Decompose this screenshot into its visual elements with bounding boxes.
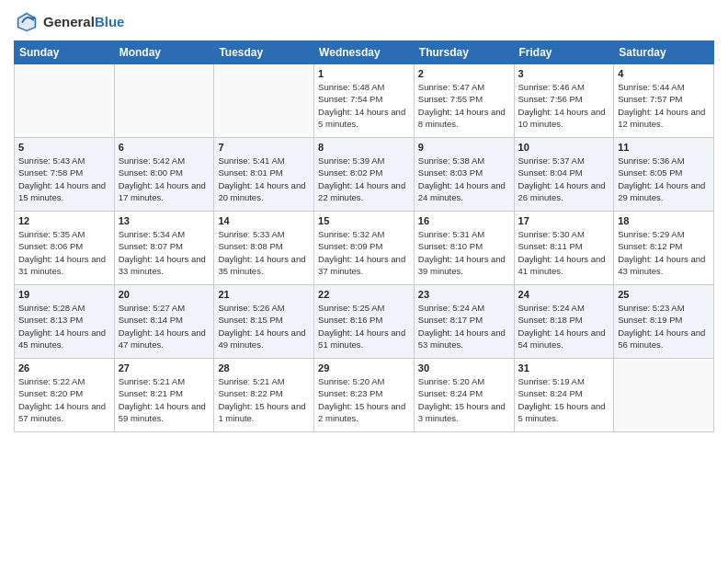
day-info: Sunrise: 5:48 AMSunset: 7:54 PMDaylight:… [318, 81, 410, 130]
day-info: Sunrise: 5:37 AMSunset: 8:04 PMDaylight:… [518, 155, 610, 203]
day-info: Sunrise: 5:23 AMSunset: 8:19 PMDaylight:… [618, 302, 710, 350]
day-number: 25 [618, 289, 710, 300]
day-number: 11 [618, 142, 710, 153]
header-cell-saturday: Saturday [614, 41, 714, 64]
day-cell-29: 29Sunrise: 5:20 AMSunset: 8:23 PMDayligh… [314, 359, 415, 432]
day-cell-8: 8Sunrise: 5:39 AMSunset: 8:02 PMDaylight… [314, 138, 415, 212]
calendar-table: SundayMondayTuesdayWednesdayThursdayFrid… [14, 40, 714, 432]
day-info: Sunrise: 5:36 AMSunset: 8:05 PMDaylight:… [618, 155, 710, 203]
day-number: 8 [318, 142, 410, 153]
day-cell-20: 20Sunrise: 5:27 AMSunset: 8:14 PMDayligh… [114, 285, 214, 359]
header-cell-monday: Monday [114, 41, 214, 64]
day-cell-25: 25Sunrise: 5:23 AMSunset: 8:19 PMDayligh… [614, 285, 714, 359]
day-info: Sunrise: 5:33 AMSunset: 8:08 PMDaylight:… [218, 228, 310, 277]
day-cell-3: 3Sunrise: 5:46 AMSunset: 7:56 PMDaylight… [514, 64, 614, 138]
day-number: 30 [418, 362, 510, 373]
header-cell-sunday: Sunday [15, 41, 115, 64]
week-row-2: 5Sunrise: 5:43 AMSunset: 7:58 PMDaylight… [15, 138, 714, 212]
day-cell-26: 26Sunrise: 5:22 AMSunset: 8:20 PMDayligh… [15, 359, 115, 432]
day-number: 1 [318, 68, 410, 79]
day-info: Sunrise: 5:19 AMSunset: 8:24 PMDaylight:… [518, 375, 610, 424]
day-info: Sunrise: 5:26 AMSunset: 8:15 PMDaylight:… [218, 302, 310, 350]
day-info: Sunrise: 5:43 AMSunset: 7:58 PMDaylight:… [18, 155, 110, 203]
day-number: 5 [18, 142, 110, 153]
day-number: 13 [119, 215, 210, 226]
day-info: Sunrise: 5:42 AMSunset: 8:00 PMDaylight:… [119, 155, 210, 203]
day-number: 2 [418, 68, 510, 79]
day-number: 19 [18, 289, 110, 300]
logo-icon [14, 9, 40, 35]
day-number: 4 [618, 68, 710, 79]
day-number: 24 [518, 289, 610, 300]
day-info: Sunrise: 5:24 AMSunset: 8:18 PMDaylight:… [518, 302, 610, 350]
week-row-4: 19Sunrise: 5:28 AMSunset: 8:13 PMDayligh… [15, 285, 714, 359]
day-info: Sunrise: 5:21 AMSunset: 8:22 PMDaylight:… [218, 375, 310, 424]
day-number: 15 [318, 215, 410, 226]
day-number: 23 [418, 289, 510, 300]
empty-cell [214, 64, 314, 138]
empty-cell [114, 64, 214, 138]
day-number: 16 [418, 215, 510, 226]
day-info: Sunrise: 5:32 AMSunset: 8:09 PMDaylight:… [318, 228, 410, 277]
day-info: Sunrise: 5:22 AMSunset: 8:20 PMDaylight:… [18, 375, 110, 424]
day-number: 18 [618, 215, 710, 226]
day-info: Sunrise: 5:24 AMSunset: 8:17 PMDaylight:… [418, 302, 510, 350]
day-number: 28 [218, 362, 310, 373]
day-number: 17 [518, 215, 610, 226]
day-info: Sunrise: 5:25 AMSunset: 8:16 PMDaylight:… [318, 302, 410, 350]
header-cell-tuesday: Tuesday [214, 41, 314, 64]
header: GeneralBlue [14, 9, 714, 35]
day-cell-19: 19Sunrise: 5:28 AMSunset: 8:13 PMDayligh… [15, 285, 115, 359]
day-number: 10 [518, 142, 610, 153]
day-cell-9: 9Sunrise: 5:38 AMSunset: 8:03 PMDaylight… [414, 138, 514, 212]
day-cell-5: 5Sunrise: 5:43 AMSunset: 7:58 PMDaylight… [15, 138, 115, 212]
day-info: Sunrise: 5:46 AMSunset: 7:56 PMDaylight:… [518, 81, 610, 130]
empty-cell [15, 64, 115, 138]
day-cell-21: 21Sunrise: 5:26 AMSunset: 8:15 PMDayligh… [214, 285, 314, 359]
day-number: 22 [318, 289, 410, 300]
day-cell-7: 7Sunrise: 5:41 AMSunset: 8:01 PMDaylight… [214, 138, 314, 212]
day-info: Sunrise: 5:44 AMSunset: 7:57 PMDaylight:… [618, 81, 710, 130]
day-cell-30: 30Sunrise: 5:20 AMSunset: 8:24 PMDayligh… [414, 359, 514, 432]
day-cell-11: 11Sunrise: 5:36 AMSunset: 8:05 PMDayligh… [614, 138, 714, 212]
day-number: 7 [218, 142, 310, 153]
day-cell-15: 15Sunrise: 5:32 AMSunset: 8:09 PMDayligh… [314, 212, 415, 285]
day-info: Sunrise: 5:38 AMSunset: 8:03 PMDaylight:… [418, 155, 510, 203]
week-row-1: 1Sunrise: 5:48 AMSunset: 7:54 PMDaylight… [15, 64, 714, 138]
logo-text: GeneralBlue [43, 15, 124, 30]
header-cell-wednesday: Wednesday [314, 41, 415, 64]
day-number: 26 [18, 362, 110, 373]
day-info: Sunrise: 5:39 AMSunset: 8:02 PMDaylight:… [318, 155, 410, 203]
logo: GeneralBlue [14, 9, 124, 35]
day-cell-17: 17Sunrise: 5:30 AMSunset: 8:11 PMDayligh… [514, 212, 614, 285]
day-info: Sunrise: 5:27 AMSunset: 8:14 PMDaylight:… [119, 302, 210, 350]
day-cell-6: 6Sunrise: 5:42 AMSunset: 8:00 PMDaylight… [114, 138, 214, 212]
day-cell-12: 12Sunrise: 5:35 AMSunset: 8:06 PMDayligh… [15, 212, 115, 285]
day-number: 12 [18, 215, 110, 226]
day-info: Sunrise: 5:29 AMSunset: 8:12 PMDaylight:… [618, 228, 710, 277]
day-info: Sunrise: 5:41 AMSunset: 8:01 PMDaylight:… [218, 155, 310, 203]
day-number: 9 [418, 142, 510, 153]
day-number: 20 [119, 289, 210, 300]
day-number: 27 [119, 362, 210, 373]
day-cell-13: 13Sunrise: 5:34 AMSunset: 8:07 PMDayligh… [114, 212, 214, 285]
day-cell-1: 1Sunrise: 5:48 AMSunset: 7:54 PMDaylight… [314, 64, 415, 138]
day-cell-22: 22Sunrise: 5:25 AMSunset: 8:16 PMDayligh… [314, 285, 415, 359]
header-cell-thursday: Thursday [414, 41, 514, 64]
day-info: Sunrise: 5:31 AMSunset: 8:10 PMDaylight:… [418, 228, 510, 277]
day-cell-4: 4Sunrise: 5:44 AMSunset: 7:57 PMDaylight… [614, 64, 714, 138]
day-info: Sunrise: 5:20 AMSunset: 8:24 PMDaylight:… [418, 375, 510, 424]
day-cell-23: 23Sunrise: 5:24 AMSunset: 8:17 PMDayligh… [414, 285, 514, 359]
week-row-5: 26Sunrise: 5:22 AMSunset: 8:20 PMDayligh… [15, 359, 714, 432]
header-row: SundayMondayTuesdayWednesdayThursdayFrid… [15, 41, 714, 64]
day-info: Sunrise: 5:20 AMSunset: 8:23 PMDaylight:… [318, 375, 410, 424]
day-info: Sunrise: 5:21 AMSunset: 8:21 PMDaylight:… [119, 375, 210, 424]
day-info: Sunrise: 5:28 AMSunset: 8:13 PMDaylight:… [18, 302, 110, 350]
day-number: 14 [218, 215, 310, 226]
page: GeneralBlue SundayMondayTuesdayWednesday… [0, 0, 728, 563]
day-number: 3 [518, 68, 610, 79]
day-number: 6 [119, 142, 210, 153]
day-info: Sunrise: 5:34 AMSunset: 8:07 PMDaylight:… [119, 228, 210, 277]
day-number: 21 [218, 289, 310, 300]
day-info: Sunrise: 5:35 AMSunset: 8:06 PMDaylight:… [18, 228, 110, 277]
